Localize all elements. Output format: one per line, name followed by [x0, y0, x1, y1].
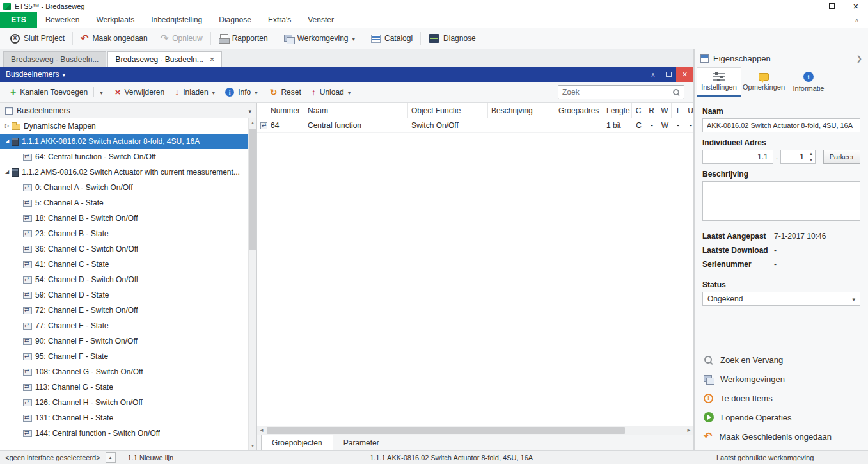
interface-select-button[interactable]: [106, 452, 116, 463]
maximize-button[interactable]: [819, 0, 844, 12]
menu-diagnose[interactable]: Diagnose: [210, 12, 260, 28]
column-header[interactable]: R: [645, 103, 658, 118]
unload-button[interactable]: Unload: [306, 84, 356, 100]
inladen-button[interactable]: Inladen: [170, 84, 220, 100]
scroll-left-icon[interactable]: ◄: [257, 428, 266, 433]
maak-geschiedenis-ongedaan-link[interactable]: Maak Geschiedenis ongedaan: [704, 427, 864, 446]
panel-title[interactable]: Busdeelnemers: [6, 70, 59, 79]
status-dropdown[interactable]: Ongekend: [702, 292, 860, 306]
tree-item[interactable]: 54: Channel D - Switch On/Off: [0, 272, 248, 287]
minimize-button[interactable]: [795, 0, 819, 12]
kanalen-toevoegen-button[interactable]: Kanalen Toevoegen: [5, 84, 93, 100]
tree-item[interactable]: 108: Channel G - Switch On/Off: [0, 364, 248, 380]
tree-item[interactable]: 95: Channel F - State: [0, 349, 248, 364]
scrollbar-thumb[interactable]: [267, 427, 625, 434]
tree-vertical-scrollbar[interactable]: ▲ ▼: [248, 118, 256, 450]
expanded-expander-icon[interactable]: ◢: [3, 139, 12, 144]
menu-bewerken[interactable]: Bewerken: [37, 12, 88, 28]
maak-ongedaan-button[interactable]: Maak ongedaan: [74, 30, 154, 47]
verwijderen-button[interactable]: Verwijderen: [110, 84, 170, 100]
scrollbar-thumb[interactable]: [249, 129, 256, 250]
tree-item[interactable]: 77: Channel E - State: [0, 318, 248, 333]
tree-item[interactable]: 90: Channel F - Switch On/Off: [0, 333, 248, 349]
tree-item[interactable]: 72: Channel E - Switch On/Off: [0, 303, 248, 318]
tab-groepobjecten[interactable]: Groepobjecten: [261, 435, 333, 450]
menu-extras[interactable]: Extra's: [260, 12, 299, 28]
tab-close-icon[interactable]: [210, 55, 215, 63]
table-row[interactable]: 64Central functionSwitch On/Off1 bitC-W-…: [257, 118, 693, 133]
werkomgevingen-link[interactable]: Werkomgevingen: [704, 369, 864, 388]
collapsed-expander-icon[interactable]: ▷: [3, 124, 12, 129]
tree-item[interactable]: ◢1.1.1 AKK-0816.02 Switch Actuator 8-fol…: [0, 134, 248, 149]
panel-collapse-button[interactable]: [645, 67, 661, 82]
tab-opmerkingen[interactable]: Opmerkingen: [741, 67, 786, 97]
tree-item[interactable]: 23: Channel B - State: [0, 226, 248, 241]
zoek-en-vervang-link[interactable]: Zoek en Vervang: [704, 350, 864, 369]
werkomgeving-button[interactable]: Werkomgeving: [278, 30, 361, 47]
column-header[interactable]: Lengte: [603, 103, 632, 118]
rapporten-button[interactable]: Rapporten: [212, 30, 274, 47]
column-header[interactable]: Beschrijving: [488, 103, 555, 118]
column-header[interactable]: Object Functie: [408, 103, 488, 118]
expanded-expander-icon[interactable]: ◢: [3, 170, 12, 175]
tree-item[interactable]: 144: Central function - Switch On/Off: [0, 426, 248, 441]
diagnose-button[interactable]: Diagnose: [422, 30, 482, 47]
ets-menu-button[interactable]: ETS: [0, 12, 37, 28]
column-header[interactable]: C: [632, 103, 645, 118]
tree-item[interactable]: 18: Channel B - Switch On/Off: [0, 211, 248, 226]
column-header[interactable]: Groepadres: [555, 103, 603, 118]
tree-header[interactable]: Busdeelnemers: [0, 103, 256, 118]
tree-item[interactable]: 36: Channel C - Switch On/Off: [0, 241, 248, 257]
te-doen-items-link[interactable]: Te doen Items: [704, 388, 864, 408]
panel-close-button[interactable]: [676, 67, 693, 82]
tree-item[interactable]: ◢1.1.2 AMS-0816.02 Switch Actuator with …: [0, 164, 248, 180]
tab-informatie[interactable]: Informatie: [786, 67, 831, 97]
scroll-down-icon[interactable]: ▼: [251, 442, 255, 450]
sluit-project-button[interactable]: Sluit Project: [4, 30, 71, 47]
reset-button[interactable]: Reset: [265, 84, 306, 100]
kanalen-toevoegen-dropdown[interactable]: [95, 84, 108, 100]
tree-item[interactable]: 126: Channel H - Switch On/Off: [0, 395, 248, 410]
collapse-ribbon-icon[interactable]: [855, 15, 859, 24]
lopende-operaties-link[interactable]: Lopende Operaties: [704, 408, 864, 427]
opnieuw-button[interactable]: Opnieuw: [154, 30, 209, 47]
close-button[interactable]: [844, 0, 868, 12]
scroll-up-icon[interactable]: ▲: [251, 118, 255, 127]
collapse-properties-icon[interactable]: [856, 54, 862, 63]
column-header[interactable]: T: [672, 103, 684, 118]
document-tab[interactable]: Bredaseweg - Busdeeln...: [3, 51, 106, 67]
adres-area-input[interactable]: [702, 150, 773, 164]
tab-parameter[interactable]: Parameter: [333, 435, 390, 450]
naam-input[interactable]: [702, 118, 860, 132]
tab-instellingen[interactable]: Instellingen: [697, 67, 741, 97]
tree-item[interactable]: ▷Dynamische Mappen: [0, 118, 248, 134]
tree-item[interactable]: 0: Channel A - Switch On/Off: [0, 180, 248, 195]
panel-float-button[interactable]: [661, 67, 676, 82]
tree-item[interactable]: 64: Central function - Switch On/Off: [0, 149, 248, 164]
stepper-down-icon[interactable]: ▼: [807, 157, 815, 164]
column-header[interactable]: Naam: [304, 103, 408, 118]
search-icon[interactable]: [672, 88, 680, 96]
menu-werkplaats[interactable]: Werkplaats: [88, 12, 143, 28]
beschrijving-textarea[interactable]: [702, 181, 860, 221]
column-header[interactable]: W: [658, 103, 672, 118]
tree-item[interactable]: 41: Channel C - State: [0, 257, 248, 272]
adres-device-input[interactable]: [781, 150, 807, 163]
scroll-right-icon[interactable]: ►: [684, 428, 693, 433]
catalogi-button[interactable]: Catalogi: [365, 30, 419, 47]
tree-item[interactable]: 113: Channel G - State: [0, 380, 248, 395]
info-button[interactable]: Info: [220, 84, 263, 100]
menu-venster[interactable]: Venster: [299, 12, 342, 28]
document-tab-active[interactable]: Bredaseweg - Busdeeln...: [107, 51, 222, 67]
tree-header-dropdown-icon[interactable]: [248, 106, 251, 115]
search-input[interactable]: [562, 88, 672, 97]
stepper-up-icon[interactable]: ▲: [807, 150, 815, 157]
parkeer-button[interactable]: Parkeer: [823, 150, 860, 164]
workspace-status[interactable]: Laatst gebruikte werkomgeving: [716, 454, 814, 461]
tree-item[interactable]: 59: Channel D - State: [0, 287, 248, 303]
menu-inbedrijfstelling[interactable]: Inbedrijfstelling: [143, 12, 210, 28]
column-header[interactable]: Nummer: [267, 103, 304, 118]
tree-item[interactable]: 131: Channel H - State: [0, 410, 248, 426]
table-horizontal-scrollbar[interactable]: ◄ ►: [257, 426, 693, 435]
panel-title-dropdown-icon[interactable]: [59, 70, 65, 79]
